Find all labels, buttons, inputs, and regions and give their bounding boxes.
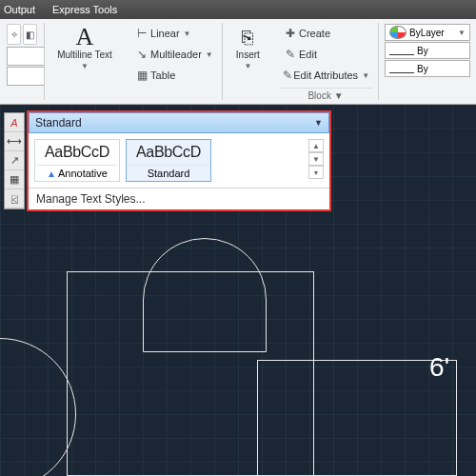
chevron-down-icon: ▼ <box>314 118 323 128</box>
multileader-button[interactable]: ↘ Multileader▼ <box>130 44 216 65</box>
scroll-more-button[interactable]: ▾ <box>308 166 324 179</box>
attributes-icon: ✎ <box>282 69 293 82</box>
linear-icon: ⊢ <box>133 27 150 40</box>
edit-block-button[interactable]: ✎ Edit <box>279 44 372 65</box>
create-icon: ✚ <box>282 27 299 40</box>
palette-dim-style[interactable]: ⟷ <box>5 132 24 151</box>
text-style-gallery: AaBbCcD ▲Annotative AaBbCcD Standard ▲ ▼… <box>29 133 329 188</box>
leader-icon: ↗ <box>10 154 19 167</box>
shape-semicircle <box>0 338 76 476</box>
menu-output[interactable]: Output <box>4 4 35 15</box>
dimension-text: 6' <box>429 352 449 383</box>
dim-icon: ⟷ <box>7 135 22 148</box>
palette-table-style[interactable]: ▦ <box>5 170 24 189</box>
annotative-icon: ▲ <box>47 169 56 179</box>
manage-text-styles-button[interactable]: Manage Text Styles... <box>29 188 329 209</box>
lineweight-icon <box>389 64 414 73</box>
style-option-standard[interactable]: AaBbCcD Standard <box>126 139 211 182</box>
lineweight-combo-1[interactable]: By <box>385 42 470 59</box>
text-palette: A ⟷ ↗ ▦ ⍃ <box>4 112 25 209</box>
leader-icon: ↘ <box>133 48 150 61</box>
tool-button[interactable]: ✧ <box>7 24 21 45</box>
gallery-scroll: ▲ ▼ ▾ <box>308 139 324 182</box>
edit-attributes-button[interactable]: ✎ Edit Attributes▼ <box>279 65 372 86</box>
text-style-dropdown: Standard ▼ AaBbCcD ▲Annotative AaBbCcD S… <box>27 110 331 211</box>
shape-rect-right <box>257 360 457 476</box>
scroll-up-button[interactable]: ▲ <box>308 139 324 152</box>
insert-icon: ⎘ <box>232 25 264 50</box>
shape-arch <box>143 238 267 352</box>
letter-a-icon: A <box>10 117 17 129</box>
insert-block-button[interactable]: ⎘ Insert ▼ <box>228 23 268 72</box>
multiline-text-button[interactable]: A Multiline Text ▼ <box>50 23 119 72</box>
small-combo[interactable] <box>7 47 45 66</box>
bylayer-swatch-icon <box>389 26 407 39</box>
palette-annotative[interactable]: ⍃ <box>5 189 24 208</box>
lineweight-icon <box>389 46 414 55</box>
style-name: Standard <box>148 168 190 179</box>
edit-icon: ✎ <box>282 48 299 61</box>
small-combo[interactable] <box>7 67 45 86</box>
style-name: Annotative <box>58 168 108 179</box>
text-style-combo[interactable]: Standard ▼ <box>29 112 329 133</box>
style-sample: AaBbCcD <box>37 142 117 166</box>
scroll-down-button[interactable]: ▼ <box>308 152 324 166</box>
ribbon: ✧ ◧ A Multiline Text ▼ ⊢ Linear▼ ↘ Multi… <box>0 19 476 105</box>
palette-leader-style[interactable]: ↗ <box>5 151 24 170</box>
shape-rect-large <box>67 271 314 476</box>
table-icon: ▦ <box>133 69 150 82</box>
chevron-down-icon: ▼ <box>244 62 251 70</box>
create-block-button[interactable]: ✚ Create <box>279 23 372 44</box>
lineweight-combo-2[interactable]: By <box>385 60 470 77</box>
chevron-down-icon: ▼ <box>81 62 89 70</box>
text-icon: A <box>54 25 115 50</box>
menu-bar: Output Express Tools <box>0 0 476 19</box>
color-combo[interactable]: ByLayer▼ <box>385 24 470 41</box>
table-button[interactable]: ▦ Table <box>130 65 216 86</box>
tool-button[interactable]: ◧ <box>23 24 37 45</box>
linear-dimension-button[interactable]: ⊢ Linear▼ <box>130 23 216 44</box>
palette-text-style[interactable]: A <box>5 113 24 132</box>
menu-express-tools[interactable]: Express Tools <box>52 4 117 15</box>
combo-value: Standard <box>35 116 82 129</box>
panel-label-block[interactable]: Block ▼ <box>279 88 372 101</box>
style-option-annotative[interactable]: AaBbCcD ▲Annotative <box>34 139 120 182</box>
annotative-icon: ⍃ <box>11 193 18 205</box>
table-icon: ▦ <box>10 173 19 186</box>
style-sample: AaBbCcD <box>129 142 208 166</box>
